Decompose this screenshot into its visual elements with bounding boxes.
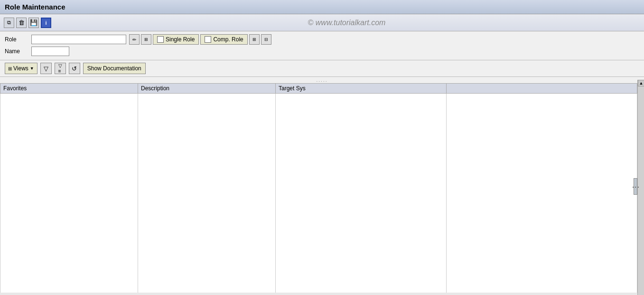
split-handle-dots: ⋮ xyxy=(631,183,640,190)
views-button[interactable]: ⊞ Views ▼ xyxy=(5,63,37,74)
copy-icon[interactable]: ⧉ xyxy=(4,18,14,28)
show-documentation-button[interactable]: Show Documentation xyxy=(83,63,146,74)
title-bar: Role Maintenance xyxy=(0,0,644,14)
main-toolbar: ⧉ 🗑 💾 i © www.tutorialkart.com xyxy=(0,14,644,31)
col-target-sys: Target Sys xyxy=(276,84,447,94)
info-icon[interactable]: i xyxy=(41,18,51,28)
refresh-button[interactable]: ↺ xyxy=(69,63,80,74)
page-title: Role Maintenance xyxy=(5,3,65,11)
show-doc-label: Show Documentation xyxy=(87,65,141,72)
role-controls: ✏ ⊞ Single Role Comp. Role ⊞ ⊟ xyxy=(129,34,271,45)
delete-icon[interactable]: 🗑 xyxy=(16,18,27,28)
form-area: Role ✏ ⊞ Single Role Comp. Role ⊞ xyxy=(0,31,644,60)
table-container: Favorites Description Target Sys xyxy=(0,83,637,293)
comp-role-label: Comp. Role xyxy=(213,36,243,43)
single-role-label: Single Role xyxy=(166,36,195,43)
comp-role-icon xyxy=(205,36,211,43)
views-label: Views xyxy=(13,65,28,72)
name-row: Name xyxy=(5,47,639,56)
col-favorites: Favorites xyxy=(0,84,138,94)
resize-handle: ..... xyxy=(0,77,644,83)
second-toolbar: ⊞ Views ▼ ▽ ▽≡ ↺ Show Documentation xyxy=(0,60,644,77)
single-role-icon xyxy=(157,36,164,43)
single-role-button[interactable]: Single Role xyxy=(153,34,199,45)
col-description: Description xyxy=(138,84,276,94)
grid-icon-1[interactable]: ⊞ xyxy=(249,34,260,45)
comp-role-button[interactable]: Comp. Role xyxy=(200,34,247,45)
filter-button[interactable]: ▽ xyxy=(40,63,52,74)
grid-icon-2[interactable]: ⊟ xyxy=(261,34,271,45)
save-icon[interactable]: 💾 xyxy=(28,18,39,28)
role-input[interactable] xyxy=(31,35,126,44)
role-label: Role xyxy=(5,36,28,43)
data-table: Favorites Description Target Sys xyxy=(0,83,637,293)
select-button[interactable]: ⊞ xyxy=(141,34,151,45)
table-body xyxy=(0,94,637,293)
edit-button[interactable]: ✏ xyxy=(129,34,140,45)
watermark: © www.tutorialkart.com xyxy=(53,19,640,27)
role-row: Role ✏ ⊞ Single Role Comp. Role ⊞ xyxy=(5,34,639,45)
col-extra xyxy=(447,84,637,94)
name-label: Name xyxy=(5,48,28,55)
table-row xyxy=(0,94,637,293)
split-handle[interactable]: ⋮ xyxy=(634,178,637,195)
views-arrow: ▼ xyxy=(30,66,34,71)
name-input[interactable] xyxy=(31,47,69,56)
table-header-row: Favorites Description Target Sys xyxy=(0,84,637,94)
filter-set-button[interactable]: ▽≡ xyxy=(55,63,66,74)
scroll-up-arrow[interactable]: ▲ xyxy=(638,80,644,86)
